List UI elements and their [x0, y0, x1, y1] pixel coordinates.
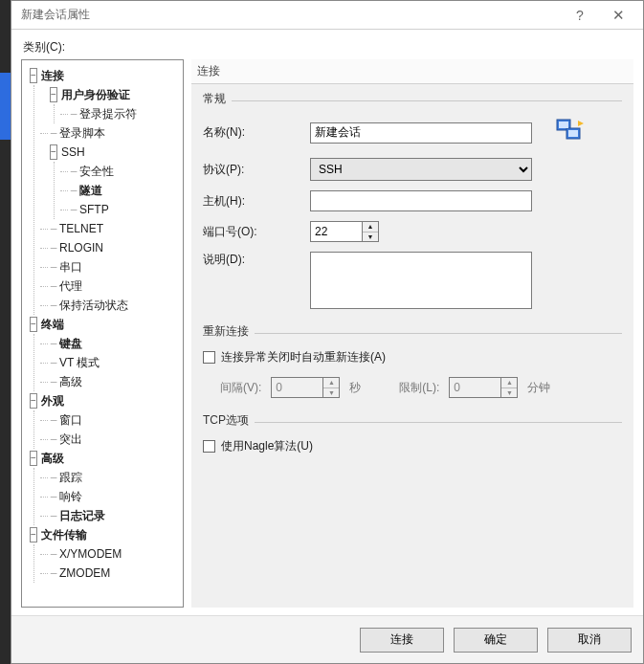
chevron-down-icon[interactable]: ▼: [323, 388, 339, 398]
tree-rlogin[interactable]: RLOGIN: [59, 241, 103, 255]
minus-icon[interactable]: −: [28, 315, 39, 334]
help-button[interactable]: ?: [561, 2, 599, 29]
name-input[interactable]: [310, 122, 532, 144]
tree-ssh-sftp[interactable]: SFTP: [79, 203, 109, 216]
titlebar: 新建会话属性 ? ✕: [11, 1, 643, 30]
minus-icon[interactable]: −: [28, 449, 39, 468]
tree-filetransfer[interactable]: 文件传输: [41, 525, 87, 544]
nagle-checkbox[interactable]: [203, 440, 215, 453]
category-tree[interactable]: −连接 −用户身份验证 –登录提示符 –登录脚本 −SSH –安全性 –隧道 –…: [21, 59, 184, 608]
limit-spinner[interactable]: ▲▼: [500, 377, 518, 398]
footer: 连接 确定 取消: [11, 615, 643, 663]
svg-rect-3: [568, 130, 578, 137]
connect-button[interactable]: 连接: [360, 628, 444, 653]
minus-icon[interactable]: −: [28, 525, 39, 544]
port-label: 端口号(O):: [203, 224, 310, 240]
tree-term-adv[interactable]: 高级: [59, 375, 82, 388]
group-reconnect: 重新连接 连接异常关闭时自动重新连接(A) 间隔(V): ▲▼ 秒 限制(L):…: [203, 326, 622, 398]
interval-input[interactable]: [271, 377, 322, 398]
protocol-label: 协议(P):: [203, 162, 310, 178]
interval-label: 间隔(V):: [220, 380, 261, 396]
tree-zmodem[interactable]: ZMODEM: [59, 566, 110, 580]
tree-serial[interactable]: 串口: [59, 260, 82, 274]
minus-icon[interactable]: −: [28, 391, 39, 410]
tree-vtmode[interactable]: VT 模式: [59, 356, 100, 369]
interval-unit: 秒: [349, 380, 361, 396]
tree-auth[interactable]: 用户身份验证: [61, 85, 130, 104]
tree-login-script[interactable]: 登录脚本: [59, 126, 105, 140]
tree-window[interactable]: 窗口: [59, 413, 82, 427]
name-label: 名称(N):: [203, 124, 310, 141]
cancel-button[interactable]: 取消: [547, 628, 632, 653]
tree-connection[interactable]: 连接: [41, 66, 64, 85]
host-input[interactable]: [310, 190, 532, 211]
desc-textarea[interactable]: [310, 252, 532, 309]
tree-login-prompt[interactable]: 登录提示符: [79, 107, 137, 121]
limit-input[interactable]: [449, 377, 500, 398]
minus-icon[interactable]: −: [48, 85, 59, 104]
chevron-up-icon[interactable]: ▲: [501, 378, 517, 388]
window-title: 新建会话属性: [21, 7, 561, 23]
limit-label: 限制(L):: [399, 380, 439, 396]
connection-icon: [555, 117, 586, 148]
tree-bell[interactable]: 响铃: [59, 490, 82, 503]
tree-logging[interactable]: 日志记录: [59, 509, 105, 522]
svg-rect-2: [559, 122, 568, 128]
tree-advanced[interactable]: 高级: [41, 449, 64, 468]
ok-button[interactable]: 确定: [454, 628, 538, 653]
tree-highlight[interactable]: 突出: [59, 432, 82, 446]
reconnect-checkbox-label: 连接异常关闭时自动重新连接(A): [221, 349, 386, 365]
port-spinner[interactable]: ▲▼: [362, 221, 379, 242]
tree-terminal[interactable]: 终端: [41, 315, 64, 334]
chevron-up-icon[interactable]: ▲: [363, 222, 378, 232]
minus-icon[interactable]: −: [48, 143, 59, 162]
reconnect-checkbox[interactable]: [203, 351, 215, 364]
group-general: 常规 名称(N): 协议(P): SSH: [203, 94, 622, 309]
limit-unit: 分钟: [527, 380, 550, 396]
port-input[interactable]: [310, 221, 362, 242]
tree-trace[interactable]: 跟踪: [59, 471, 82, 484]
tree-keepalive[interactable]: 保持活动状态: [59, 299, 128, 312]
chevron-up-icon[interactable]: ▲: [323, 378, 339, 388]
tree-appearance[interactable]: 外观: [41, 391, 64, 410]
close-button[interactable]: ✕: [599, 2, 637, 29]
group-reconnect-title: 重新连接: [203, 323, 255, 340]
interval-spinner[interactable]: ▲▼: [322, 377, 340, 398]
minus-icon[interactable]: −: [28, 66, 39, 85]
chevron-down-icon[interactable]: ▼: [501, 388, 517, 398]
chevron-down-icon[interactable]: ▼: [363, 232, 378, 242]
tree-proxy[interactable]: 代理: [59, 279, 82, 293]
tree-keyboard[interactable]: 键盘: [59, 337, 82, 350]
tree-ssh-tunnel[interactable]: 隧道: [79, 184, 102, 197]
tree-xymodem[interactable]: X/YMODEM: [59, 547, 122, 561]
protocol-select[interactable]: SSH: [310, 158, 532, 181]
tree-ssh[interactable]: SSH: [61, 143, 85, 162]
desc-label: 说明(D):: [203, 252, 310, 268]
dialog: 新建会话属性 ? ✕ 类别(C): −连接 −用户身份验证 –登录提示符 –登录…: [11, 0, 644, 664]
group-tcp-title: TCP选项: [203, 412, 255, 429]
tree-ssh-security[interactable]: 安全性: [79, 165, 114, 178]
right-panel: 常规 名称(N): 协议(P): SSH: [191, 84, 633, 608]
tree-telnet[interactable]: TELNET: [59, 222, 103, 235]
right-panel-title: 连接: [191, 59, 633, 84]
host-label: 主机(H):: [203, 193, 310, 210]
nagle-checkbox-label: 使用Nagle算法(U): [221, 438, 313, 454]
group-general-title: 常规: [203, 91, 232, 107]
category-label: 类别(C):: [23, 39, 633, 55]
group-tcp: TCP选项 使用Nagle算法(U): [203, 415, 622, 454]
